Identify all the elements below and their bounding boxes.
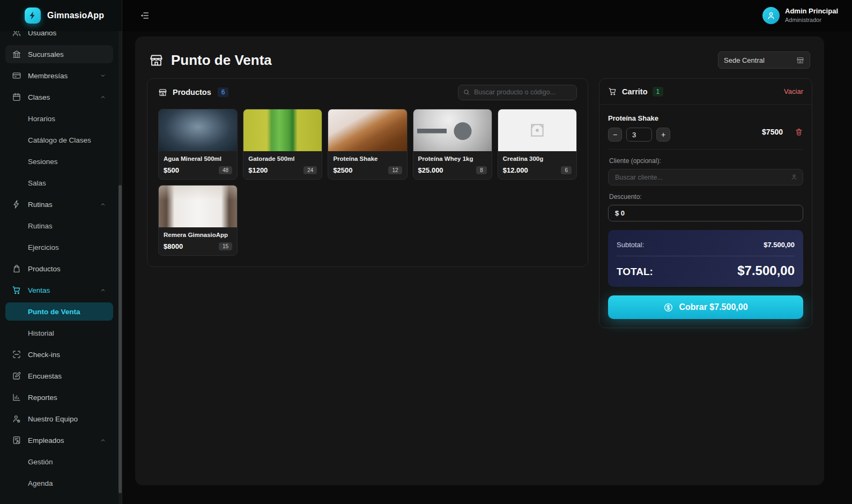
product-name: Creatina 300g xyxy=(498,151,576,163)
sidebar-item-horarios[interactable]: Horarios xyxy=(5,109,113,128)
total-label: TOTAL: xyxy=(617,266,653,278)
user-menu[interactable]: Admin Principal Administrador xyxy=(762,7,838,24)
product-price: $8000 xyxy=(164,242,183,250)
sidebar-item-label: Membresías xyxy=(28,72,68,80)
sidebar-item-label: Rutinas xyxy=(28,222,53,230)
product-card-creatina-300g[interactable]: Creatina 300g$12.0006 xyxy=(498,109,577,180)
card-icon xyxy=(12,71,21,80)
qty-increase-button[interactable]: + xyxy=(656,128,670,142)
cart-title: Carrito xyxy=(622,87,648,96)
discount-input[interactable] xyxy=(608,205,803,221)
product-image xyxy=(243,109,322,151)
sidebar-item-gestion[interactable]: Gestión xyxy=(5,453,113,471)
sidebar: GimnasioApp UsuariosSucursalesMembresías… xyxy=(0,0,122,504)
product-image xyxy=(413,109,492,151)
sidebar-item-label: Nuestro Equipo xyxy=(28,415,78,423)
sidebar-item-productos[interactable]: Productos xyxy=(5,260,113,278)
client-search-input[interactable] xyxy=(608,169,803,186)
trash-icon[interactable] xyxy=(795,128,803,136)
sidebar-scrollbar-thumb[interactable] xyxy=(118,185,122,493)
branch-select[interactable]: Sede Central xyxy=(718,51,810,69)
sidebar-item-label: Rutinas xyxy=(28,201,53,209)
sidebar-item-label: Productos xyxy=(28,265,61,273)
product-card-gatorade-500ml[interactable]: Gatorade 500ml$120024 xyxy=(243,109,322,180)
product-card-proteina-shake[interactable]: Proteína Shake$250012 xyxy=(328,109,407,180)
product-image xyxy=(159,186,237,227)
sidebar-item-catalogo-de-clases[interactable]: Catálogo de Clases xyxy=(5,131,113,149)
sidebar-item-nuestro-equipo[interactable]: Nuestro Equipo xyxy=(5,410,113,428)
chevron-up-icon xyxy=(99,436,107,444)
product-card-remera-gimnasioapp[interactable]: Remera GimnasioApp$800015 xyxy=(158,185,238,256)
sidebar-item-label: Check-ins xyxy=(28,351,60,359)
sidebar-item-sucursales[interactable]: Sucursales xyxy=(5,45,113,63)
brand-name: GimnasioApp xyxy=(47,11,104,20)
product-card-agua-mineral-500ml[interactable]: Agua Mineral 500ml$50048 xyxy=(158,109,238,180)
sidebar-item-punto-de-venta[interactable]: Punto de Venta xyxy=(5,302,113,321)
cart-icon xyxy=(12,285,21,295)
lightning-icon xyxy=(25,8,41,24)
qty-decrease-button[interactable]: − xyxy=(608,128,622,142)
sidebar-item-reportes[interactable]: Reportes xyxy=(5,388,113,406)
sidebar-item-sesiones[interactable]: Sesiones xyxy=(5,152,113,171)
product-price: $12.000 xyxy=(503,166,528,174)
main-content: Punto de Venta Sede Central Productos 6 xyxy=(122,31,852,504)
qty-input[interactable] xyxy=(626,128,652,142)
page-header: Punto de Venta Sede Central xyxy=(149,51,810,69)
cart-header: Carrito 1 Vaciar xyxy=(599,79,812,105)
product-stock-badge: 8 xyxy=(476,166,487,174)
product-search-input[interactable] xyxy=(458,85,577,100)
sidebar-item-ventas[interactable]: Ventas xyxy=(5,281,113,299)
sidebar-item-rutinas[interactable]: Rutinas xyxy=(5,195,113,213)
sidebar-item-label: Ejercicios xyxy=(28,243,59,251)
product-name: Gatorade 500ml xyxy=(243,151,322,163)
product-name: Proteína Shake xyxy=(328,151,406,163)
page-title: Punto de Venta xyxy=(149,52,272,69)
sidebar-item-historial[interactable]: Historial xyxy=(5,324,113,342)
sidebar-nav: UsuariosSucursalesMembresíasClasesHorari… xyxy=(0,20,118,495)
product-name: Proteína Whey 1kg xyxy=(413,151,492,163)
sidebar-item-salas[interactable]: Salas xyxy=(5,174,113,192)
sidebar-item-label: Encuestas xyxy=(28,372,62,380)
sidebar-item-encuestas[interactable]: Encuestas xyxy=(5,367,113,385)
sidebar-item-membresias[interactable]: Membresías xyxy=(5,66,113,85)
badge-icon xyxy=(12,435,21,445)
product-stock-badge: 12 xyxy=(388,166,402,174)
search-icon xyxy=(463,88,470,96)
sidebar-item-ejercicios[interactable]: Ejercicios xyxy=(5,238,113,256)
clear-cart-button[interactable]: Vaciar xyxy=(784,87,803,95)
sidebar-item-clases[interactable]: Clases xyxy=(5,88,113,106)
sidebar-item-empleados[interactable]: Empleados xyxy=(5,431,113,449)
total-value: $7.500,00 xyxy=(737,263,795,278)
cart-item-name: Proteína Shake xyxy=(608,114,670,122)
lightning-icon xyxy=(12,199,21,209)
sidebar-item-label: Clases xyxy=(28,93,50,101)
bank-icon xyxy=(12,49,21,59)
brand-header: GimnasioApp xyxy=(0,0,122,31)
product-image xyxy=(328,109,406,151)
sidebar-item-check-ins[interactable]: Check-ins xyxy=(5,345,113,364)
storefront-icon xyxy=(158,88,167,97)
product-image xyxy=(498,109,576,151)
user-name: Admin Principal xyxy=(785,7,838,16)
product-grid: Agua Mineral 500ml$50048Gatorade 500ml$1… xyxy=(158,109,577,256)
cart-icon xyxy=(608,87,617,96)
product-stock-badge: 48 xyxy=(219,166,232,174)
sidebar-item-rutinas[interactable]: Rutinas xyxy=(5,217,113,235)
product-stock-badge: 24 xyxy=(303,166,317,174)
collapse-sidebar-icon[interactable] xyxy=(138,10,150,21)
user-role: Administrador xyxy=(785,16,838,24)
dollar-circle-icon xyxy=(663,302,673,313)
sidebar-item-label: Sesiones xyxy=(28,158,58,166)
sidebar-item-agenda[interactable]: Agenda xyxy=(5,474,113,492)
products-title: Productos xyxy=(173,88,211,97)
sidebar-item-label: Ventas xyxy=(28,286,50,294)
branch-select-value: Sede Central xyxy=(724,56,765,64)
edit-icon xyxy=(12,371,21,381)
bag-icon xyxy=(12,264,21,273)
cart-summary: Subtotal: $7.500,00 TOTAL: $7.500,00 xyxy=(608,230,803,287)
discount-label: Descuento: xyxy=(609,193,802,201)
charge-button[interactable]: Cobrar $7.500,00 xyxy=(608,295,803,319)
product-card-proteina-whey-1kg[interactable]: Proteína Whey 1kg$25.0008 xyxy=(413,109,492,180)
sidebar-item-label: Catálogo de Clases xyxy=(28,136,91,144)
product-stock-badge: 15 xyxy=(219,242,232,250)
